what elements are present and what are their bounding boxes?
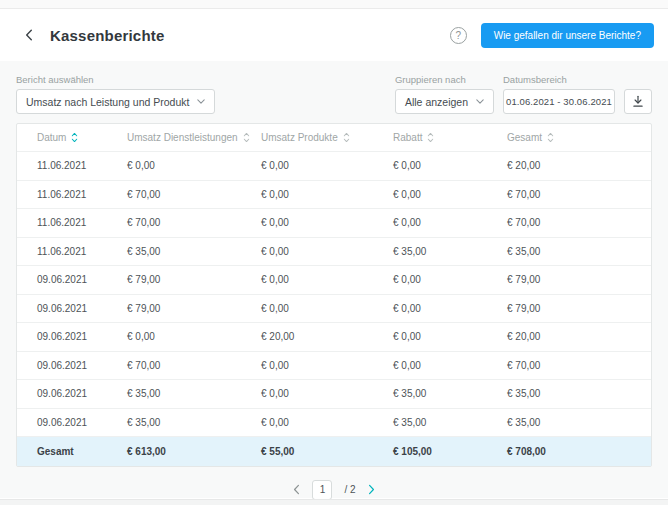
table-row: 09.06.2021€ 0,00€ 20,00€ 0,00€ 20,00 — [17, 323, 651, 352]
sort-icon — [343, 132, 350, 143]
report-select[interactable]: Umsatz nach Leistung und Produkt — [16, 89, 215, 114]
cell-gesamt: € 35,00 — [507, 417, 651, 428]
cell-rabatt: € 0,00 — [393, 360, 507, 371]
report-select-value: Umsatz nach Leistung und Produkt — [26, 96, 189, 108]
cell-gesamt: € 70,00 — [507, 189, 651, 200]
cell-produkte: € 0,00 — [261, 303, 393, 314]
total-row: Gesamt € 613,00 € 55,00 € 105,00 € 708,0… — [17, 437, 651, 466]
feedback-button[interactable]: Wie gefallen dir unsere Berichte? — [481, 23, 654, 48]
cell-produkte: € 0,00 — [261, 217, 393, 228]
table-header-row: Datum Umsatz Dienstleistungen Umsatz Pro… — [17, 124, 651, 152]
cell-produkte: € 0,00 — [261, 246, 393, 257]
table-row: 09.06.2021€ 70,00€ 0,00€ 0,00€ 70,00 — [17, 352, 651, 381]
chevron-left-icon — [293, 484, 300, 495]
cell-gesamt: € 79,00 — [507, 303, 651, 314]
column-header-rabatt[interactable]: Rabatt — [393, 132, 507, 143]
total-dienstleistungen: € 613,00 — [127, 446, 261, 457]
help-icon[interactable]: ? — [450, 27, 467, 44]
cell-gesamt: € 20,00 — [507, 160, 651, 171]
cell-produkte: € 0,00 — [261, 388, 393, 399]
app-header: Kassenberichte ? Wie gefallen dir unsere… — [0, 9, 668, 61]
cell-produkte: € 0,00 — [261, 274, 393, 285]
cell-datum: 11.06.2021 — [37, 189, 127, 200]
table-row: 11.06.2021€ 70,00€ 0,00€ 0,00€ 70,00 — [17, 209, 651, 238]
cell-gesamt: € 35,00 — [507, 246, 651, 257]
cell-rabatt: € 35,00 — [393, 388, 507, 399]
cell-dienstleistungen: € 35,00 — [127, 388, 261, 399]
column-header-gesamt[interactable]: Gesamt — [507, 132, 651, 143]
back-button[interactable] — [20, 26, 38, 44]
cell-rabatt: € 0,00 — [393, 189, 507, 200]
cell-dienstleistungen: € 70,00 — [127, 189, 261, 200]
total-rabatt: € 105,00 — [393, 446, 507, 457]
cell-datum: 09.06.2021 — [37, 388, 127, 399]
cell-produkte: € 20,00 — [261, 331, 393, 342]
cell-datum: 11.06.2021 — [37, 217, 127, 228]
current-page[interactable]: 1 — [312, 480, 332, 500]
report-filter: Bericht auswählen Umsatz nach Leistung u… — [16, 74, 215, 114]
top-strip — [0, 0, 668, 9]
report-filter-label: Bericht auswählen — [16, 74, 215, 85]
cell-datum: 11.06.2021 — [37, 246, 127, 257]
chevron-left-icon — [25, 29, 33, 41]
chevron-down-icon — [476, 99, 484, 104]
cell-dienstleistungen: € 70,00 — [127, 217, 261, 228]
total-gesamt: € 708,00 — [507, 446, 651, 457]
table-row: 09.06.2021€ 79,00€ 0,00€ 0,00€ 79,00 — [17, 295, 651, 324]
next-page-button[interactable] — [368, 484, 375, 495]
download-button[interactable] — [624, 89, 652, 114]
cell-dienstleistungen: € 79,00 — [127, 303, 261, 314]
cell-dienstleistungen: € 35,00 — [127, 417, 261, 428]
total-produkte: € 55,00 — [261, 446, 393, 457]
cell-datum: 09.06.2021 — [37, 360, 127, 371]
sort-icon — [427, 132, 434, 143]
group-select-value: Alle anzeigen — [405, 96, 468, 108]
chevron-down-icon — [197, 99, 205, 104]
table-row: 11.06.2021€ 70,00€ 0,00€ 0,00€ 70,00 — [17, 181, 651, 210]
cell-rabatt: € 0,00 — [393, 303, 507, 314]
cell-datum: 09.06.2021 — [37, 303, 127, 314]
cell-produkte: € 0,00 — [261, 360, 393, 371]
cell-rabatt: € 0,00 — [393, 160, 507, 171]
table-body: 11.06.2021€ 0,00€ 0,00€ 0,00€ 20,0011.06… — [17, 152, 651, 437]
cell-dienstleistungen: € 79,00 — [127, 274, 261, 285]
date-filter: Datumsbereich 01.06.2021 - 30.06.2021 — [503, 74, 615, 114]
date-range-input[interactable]: 01.06.2021 - 30.06.2021 — [503, 89, 615, 114]
cell-produkte: € 0,00 — [261, 417, 393, 428]
sort-icon — [243, 132, 250, 143]
table-row: 09.06.2021€ 35,00€ 0,00€ 35,00€ 35,00 — [17, 409, 651, 438]
cell-datum: 09.06.2021 — [37, 331, 127, 342]
page-title: Kassenberichte — [50, 27, 165, 44]
sort-icon — [547, 132, 554, 143]
cell-dienstleistungen: € 0,00 — [127, 331, 261, 342]
group-filter: Gruppieren nach Alle anzeigen — [395, 74, 494, 114]
prev-page-button[interactable] — [293, 484, 300, 495]
sort-icon — [71, 132, 78, 143]
page-count: / 2 — [344, 484, 355, 495]
group-select[interactable]: Alle anzeigen — [395, 89, 494, 114]
table-row: 09.06.2021€ 79,00€ 0,00€ 0,00€ 79,00 — [17, 266, 651, 295]
cell-produkte: € 0,00 — [261, 160, 393, 171]
column-header-dienstleistungen[interactable]: Umsatz Dienstleistungen — [127, 132, 261, 143]
download-icon — [632, 95, 644, 108]
cell-datum: 09.06.2021 — [37, 274, 127, 285]
date-filter-label: Datumsbereich — [503, 74, 615, 85]
column-header-produkte[interactable]: Umsatz Produkte — [261, 132, 393, 143]
pagination: 1 / 2 — [16, 480, 652, 500]
chevron-right-icon — [368, 484, 375, 495]
cell-gesamt: € 70,00 — [507, 217, 651, 228]
table-row: 11.06.2021€ 0,00€ 0,00€ 0,00€ 20,00 — [17, 152, 651, 181]
cell-rabatt: € 35,00 — [393, 417, 507, 428]
bottom-strip — [0, 499, 668, 505]
cell-rabatt: € 0,00 — [393, 217, 507, 228]
group-filter-label: Gruppieren nach — [395, 74, 494, 85]
cell-dienstleistungen: € 70,00 — [127, 360, 261, 371]
cell-gesamt: € 20,00 — [507, 331, 651, 342]
cell-rabatt: € 0,00 — [393, 331, 507, 342]
cell-gesamt: € 35,00 — [507, 388, 651, 399]
cell-dienstleistungen: € 0,00 — [127, 160, 261, 171]
column-header-datum[interactable]: Datum — [37, 132, 127, 143]
filters-bar: Bericht auswählen Umsatz nach Leistung u… — [16, 61, 652, 114]
content-area: Bericht auswählen Umsatz nach Leistung u… — [0, 61, 668, 498]
cell-datum: 09.06.2021 — [37, 417, 127, 428]
